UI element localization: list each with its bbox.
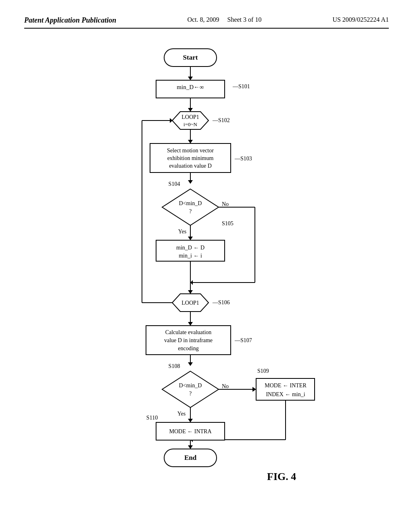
s101-step-label: —S101 xyxy=(232,83,250,89)
svg-marker-32 xyxy=(188,362,193,366)
s102-range-text: i=0~N xyxy=(184,121,197,127)
s106-step-label: —S106 xyxy=(212,299,230,305)
patent-number: US 2009/0252224 A1 xyxy=(332,16,389,23)
s108-no-label: No xyxy=(222,383,229,389)
svg-marker-14 xyxy=(188,237,193,240)
figure-label: FIG. 4 xyxy=(267,471,296,482)
s107-line3: encoding xyxy=(178,345,198,351)
s102-label-text: LOOP1 xyxy=(181,114,199,120)
s108-diamond-line1: D<min_D xyxy=(179,382,202,389)
s104-yes-label: Yes xyxy=(178,229,186,235)
flowchart-container: Start min_D←∞ —S101 LOOP1 i=0~N —S102 xyxy=(94,41,319,506)
s105-step-label: S105 xyxy=(222,220,234,227)
svg-marker-8 xyxy=(188,140,193,143)
s107-line1: Calculate evaluation xyxy=(165,329,212,335)
s107-step-label: —S107 xyxy=(234,337,252,343)
svg-marker-2 xyxy=(188,77,193,80)
publication-date: Oct. 8, 2009 xyxy=(187,16,219,23)
s110-label-text: MODE ← INTRA xyxy=(169,428,212,434)
s107-line2: value D in intraframe xyxy=(164,337,213,343)
sheet-number: Sheet 3 of 10 xyxy=(227,16,262,23)
s102-step-label: —S102 xyxy=(212,117,230,123)
svg-marker-27 xyxy=(170,118,173,123)
flowchart-svg: Start min_D←∞ —S101 LOOP1 i=0~N —S102 xyxy=(94,41,319,504)
s103-line2: exhibition minimum xyxy=(167,155,214,161)
s105-line1: min_D ← D xyxy=(176,245,204,251)
s103-line1: Select motion vector xyxy=(167,148,214,154)
s104-diamond-line1: D<min_D xyxy=(179,200,202,206)
svg-marker-41 xyxy=(188,419,193,422)
svg-marker-44 xyxy=(188,445,193,449)
svg-marker-33 xyxy=(162,371,219,407)
s108-step-label: S108 xyxy=(169,363,180,369)
s109-line2: INDEX ← min_i xyxy=(266,391,305,397)
s104-no-label: No xyxy=(222,201,229,207)
s101-label-text: min_D←∞ xyxy=(177,84,204,90)
publication-title: Patent Application Publication xyxy=(24,16,116,25)
page: Patent Application Publication Oct. 8, 2… xyxy=(0,0,413,532)
svg-marker-35 xyxy=(252,387,256,392)
svg-marker-12 xyxy=(162,189,219,225)
s109-step-label: S109 xyxy=(257,368,269,374)
start-label: Start xyxy=(183,54,198,61)
s103-line3: evaluation value D xyxy=(169,163,212,169)
svg-marker-11 xyxy=(188,180,193,184)
s109-line1: MODE ← INTER xyxy=(265,382,307,389)
s108-yes-label: Yes xyxy=(177,411,186,417)
svg-marker-29 xyxy=(188,322,193,326)
s108-diamond-line2: ? xyxy=(189,391,192,397)
page-header: Patent Application Publication Oct. 8, 2… xyxy=(24,16,389,29)
s110-step-label: S110 xyxy=(146,415,158,421)
s104-diamond-line2: ? xyxy=(189,208,192,214)
header-date-sheet: Oct. 8, 2009 Sheet 3 of 10 xyxy=(187,16,261,23)
svg-marker-5 xyxy=(188,108,193,112)
s103-step-label: —S103 xyxy=(234,156,252,162)
svg-marker-22 xyxy=(188,290,193,294)
end-label: End xyxy=(184,454,197,461)
s104-step-label: S104 xyxy=(169,181,180,187)
s106-label-text: LOOP1 xyxy=(181,300,199,306)
s105-line2: min_i ← i xyxy=(179,253,202,259)
